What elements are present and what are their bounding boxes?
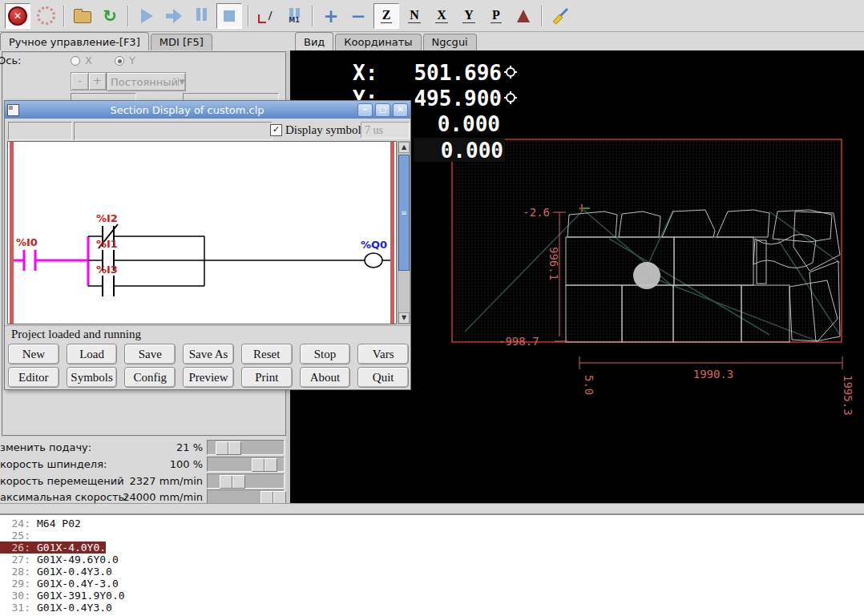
print-button[interactable]: Print [241, 367, 293, 388]
editor-button[interactable]: Editor [8, 367, 59, 388]
reload-glyph: ↻ [103, 8, 117, 24]
slider-thumb[interactable] [220, 475, 245, 489]
gcode-line[interactable]: 24:M64 P02 [0, 517, 864, 529]
ladder-right-rail [390, 142, 394, 324]
ladder-buttons-row-2: Editor Symbols Config Preview Print Abou… [8, 367, 409, 388]
scroll-up-button[interactable]: ▲ [398, 142, 410, 153]
config-button[interactable]: Config [124, 367, 176, 388]
close-button[interactable]: ✕ [393, 103, 408, 117]
ladder-vscrollbar[interactable]: ▲ ≡ ▼ [398, 141, 410, 324]
tab-dro[interactable]: Координаты [335, 34, 421, 50]
symbols-button[interactable]: Symbols [67, 367, 118, 388]
ladder-left-rail [10, 142, 14, 324]
horizontal-sash[interactable] [0, 503, 864, 515]
toolbar-separator [541, 6, 543, 26]
spindle-override-value: 100 % [96, 458, 203, 470]
zoom-out-icon[interactable]: − [346, 4, 370, 28]
save-as-button[interactable]: Save As [183, 344, 234, 364]
arrow-glyph [166, 9, 182, 23]
save-button[interactable]: Save [124, 344, 176, 364]
view-perspective-icon[interactable]: P [484, 4, 508, 28]
jog-minus-button[interactable]: - [71, 72, 89, 91]
ladder-canvas[interactable]: %I0 %I2 %I1 %I3 %Q0 [7, 141, 397, 324]
dro-row-4: 0.000 [414, 138, 505, 162]
gcode-line[interactable]: 29:G01X-0.4Y-3.0 [0, 578, 864, 590]
dialog-title: Section Display of custom.clp [19, 104, 355, 116]
spindle-override-slider[interactable] [207, 457, 285, 472]
rotate-view-icon[interactable] [511, 4, 535, 28]
run-from-line-icon[interactable] [162, 4, 186, 28]
section-combo[interactable] [8, 122, 72, 140]
zoom-in-icon[interactable]: + [319, 4, 343, 28]
dro-row-x: X: 501.696 [353, 61, 502, 83]
reload-file-icon[interactable]: ↻ [98, 4, 122, 28]
slider-thumb[interactable] [252, 458, 277, 472]
scroll-thumb[interactable]: ≡ [398, 155, 410, 271]
view-z-rotated-icon[interactable]: N [402, 4, 426, 28]
view-z-icon[interactable]: Z [373, 3, 399, 29]
stop-button[interactable]: Stop [300, 344, 351, 364]
vars-button[interactable]: Vars [357, 344, 409, 364]
homed-icon [504, 66, 517, 79]
new-button[interactable]: New [8, 344, 59, 364]
tab-manual-control[interactable]: Ручное управление-[F3] [0, 32, 149, 50]
estop-icon[interactable]: ✕ [5, 3, 30, 29]
view-y-icon[interactable]: Y [457, 4, 481, 28]
about-button[interactable]: About [300, 367, 351, 388]
tab-ngcgui[interactable]: Ngcgui [423, 34, 477, 50]
jog-plus-button[interactable]: + [88, 72, 107, 91]
jog-speed-slider[interactable] [207, 473, 285, 489]
maximize-button[interactable]: □ [375, 103, 390, 117]
jog-speed-value: 2327 mm/min [96, 475, 203, 487]
tab-preview[interactable]: Вид [295, 32, 333, 50]
minimize-button[interactable]: – [357, 103, 373, 117]
window-icon [7, 104, 19, 116]
feed-override-slider[interactable] [207, 440, 285, 455]
gcode-listing[interactable]: 24:M64 P02 25: 26:G01X-4.0Y0. 27:G01X-49… [0, 515, 864, 616]
view-x-icon[interactable]: X [430, 4, 454, 28]
gcode-line[interactable]: 27:G01X-49.6Y0.0 [0, 554, 864, 566]
dim-x-end: 1995.3 [842, 375, 854, 416]
tab-mdi[interactable]: MDI [F5] [151, 34, 212, 50]
jog-mode-combo[interactable]: Постоянный ▼ [107, 72, 186, 91]
run-program-icon[interactable] [135, 4, 159, 28]
dro-row3-value: 0.000 [438, 112, 500, 135]
stop-program-icon[interactable] [216, 3, 242, 29]
display-symbols-checkbox[interactable]: ✓ [270, 124, 282, 136]
gcode-line-active[interactable]: 26:G01X-4.0Y0. [0, 542, 864, 554]
gcode-line[interactable]: 25: [0, 529, 864, 542]
skip-block-icon[interactable]: / [255, 4, 279, 28]
input-i1-label: %I1 [96, 238, 118, 250]
reset-button[interactable]: Reset [241, 344, 293, 364]
folder-glyph [74, 11, 91, 23]
scan-time-entry[interactable]: 7 us [361, 122, 410, 139]
axis-y-radio[interactable] [115, 56, 124, 66]
classicladder-dialog: Section Display of custom.clp – □ ✕ ✓ Di… [4, 100, 411, 390]
dro-row4-value: 0.000 [441, 139, 503, 161]
output-coil [365, 253, 382, 268]
axis-label: Ось: [0, 54, 21, 66]
open-file-icon[interactable] [71, 4, 95, 28]
preview-button[interactable]: Preview [183, 367, 234, 388]
estop-glyph: ✕ [8, 6, 27, 26]
gcode-line[interactable]: 28:G01X-0.4Y3.0 [0, 566, 864, 578]
gcode-line[interactable]: 30:G01X-391.9Y0.0 [0, 590, 864, 602]
axis-x-radio[interactable] [71, 56, 80, 66]
load-button[interactable]: Load [67, 344, 118, 364]
quit-button[interactable]: Quit [357, 367, 409, 388]
pause-program-icon[interactable] [189, 4, 213, 28]
optional-stop-icon[interactable]: M1 [282, 4, 306, 28]
clear-plot-icon[interactable] [548, 4, 572, 28]
dialog-titlebar[interactable]: Section Display of custom.clp – □ ✕ [5, 101, 410, 119]
gcode-line[interactable]: 31:G01X-0.4Y3.0 [0, 602, 864, 614]
toolbar-separator [63, 6, 65, 26]
max-velocity-value: 24000 mm/min [96, 491, 203, 503]
scroll-down-button[interactable]: ▼ [398, 312, 410, 324]
backplot-canvas[interactable]: -2.6 996.1 -998.7 1990.3 5.0 1995.3 [433, 135, 864, 449]
slider-thumb[interactable] [216, 441, 241, 455]
ladder-buttons-row-1: New Load Save Save As Reset Stop Vars [8, 344, 409, 364]
machine-power-icon[interactable] [34, 4, 58, 28]
section-name-entry[interactable] [74, 122, 273, 140]
toolbar-separator [127, 6, 129, 26]
dim-height: 996.1 [547, 247, 560, 280]
